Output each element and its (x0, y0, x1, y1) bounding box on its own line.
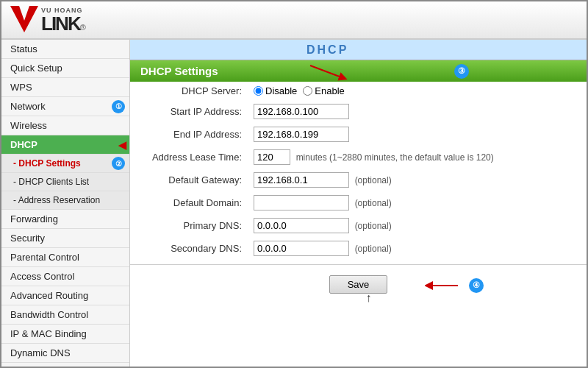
sidebar-item-dhcp-settings[interactable]: - DHCP Settings ② (1, 155, 129, 173)
dhcp-enable-label[interactable]: Enable (303, 85, 344, 96)
default-gateway-row: Default Gateway: (optional) (130, 169, 587, 191)
primary-dns-input[interactable] (254, 218, 349, 233)
sidebar-item-status[interactable]: Status (1, 40, 129, 59)
dhcp-server-value: Disable Enable (248, 82, 587, 100)
dhcp-server-row: DHCP Server: Disable Enable (130, 82, 587, 100)
secondary-dns-row: Secondary DNS: (optional) (130, 237, 587, 260)
arrow-3-icon (306, 62, 351, 84)
end-ip-value-cell (248, 123, 587, 146)
sidebar-item-dynamic-dns[interactable]: Dynamic DNS (1, 344, 129, 363)
default-domain-label: Default Domain: (130, 191, 248, 214)
sidebar-item-dhcp[interactable]: DHCP ◀ (1, 135, 129, 155)
address-lease-row: Address Lease Time: minutes (1~2880 minu… (130, 146, 587, 169)
sidebar-item-network[interactable]: Network ① (1, 97, 129, 116)
primary-dns-label: Primary DNS: (130, 214, 248, 237)
section-header-wrapper: DHCP Settings ③ (130, 60, 587, 82)
logo-v-icon (10, 6, 38, 32)
logo-link: LINK (41, 14, 80, 33)
default-gateway-input[interactable] (254, 172, 349, 188)
dhcp-disable-label[interactable]: Disable (254, 85, 297, 96)
primary-dns-value-cell: (optional) (248, 214, 587, 237)
arrow-4-icon (425, 278, 462, 293)
address-lease-note: minutes (1~2880 minutes, the default val… (296, 152, 494, 163)
default-domain-row: Default Domain: (optional) (130, 191, 587, 214)
svg-marker-0 (10, 6, 38, 32)
secondary-dns-value-cell: (optional) (248, 237, 587, 260)
default-gateway-value-cell: (optional) (248, 169, 587, 191)
divider (130, 264, 587, 265)
banner-bar: DHCP (130, 40, 587, 60)
start-ip-row: Start IP Address: (130, 100, 587, 123)
sidebar-item-bandwidth-control[interactable]: Bandwidth Control (1, 305, 129, 325)
sidebar-item-advanced-routing[interactable]: Advanced Routing (1, 286, 129, 305)
default-gateway-optional: (optional) (355, 175, 392, 185)
annotation-4: ④ (469, 278, 484, 293)
default-gateway-label: Default Gateway: (130, 169, 248, 191)
sidebar-item-wireless[interactable]: Wireless (1, 116, 129, 135)
sidebar-item-access-control[interactable]: Access Control (1, 267, 129, 286)
save-row: Save ④ ↑ (130, 269, 587, 301)
start-ip-input[interactable] (254, 104, 349, 119)
arrow-dhcp: ◀ (118, 139, 126, 151)
sidebar-item-system-tools[interactable]: System Tools (1, 363, 129, 367)
sidebar-item-ip-mac-binding[interactable]: IP & MAC Binding (1, 325, 129, 344)
section-header: DHCP Settings ③ (130, 60, 587, 82)
annotation-3: ③ (454, 64, 469, 79)
main-layout: Status Quick Setup WPS Network ① Wireles… (1, 40, 587, 367)
default-domain-optional: (optional) (355, 198, 392, 208)
content-area: DHCP DHCP Settings ③ (130, 40, 587, 367)
sidebar-item-security[interactable]: Security (1, 229, 129, 248)
main-window: VU HOANG LINK ® Status Quick Setup WPS (0, 0, 588, 368)
primary-dns-optional: (optional) (355, 221, 392, 231)
cursor-icon: ↑ (366, 291, 372, 305)
dhcp-server-label: DHCP Server: (130, 82, 248, 100)
default-domain-input[interactable] (254, 195, 349, 210)
banner-text: DHCP (130, 43, 348, 57)
address-lease-input[interactable] (254, 149, 290, 165)
save-button[interactable]: Save (329, 275, 388, 294)
sidebar: Status Quick Setup WPS Network ① Wireles… (1, 40, 130, 367)
secondary-dns-input[interactable] (254, 241, 349, 256)
address-lease-value-cell: minutes (1~2880 minutes, the default val… (248, 146, 587, 169)
sidebar-item-dhcp-clients[interactable]: - DHCP Clients List (1, 173, 129, 191)
logo-area: VU HOANG LINK ® (10, 6, 86, 35)
start-ip-value-cell (248, 100, 587, 123)
dhcp-radio-group: Disable Enable (254, 85, 581, 96)
dhcp-disable-radio[interactable] (254, 86, 263, 96)
sidebar-item-quick-setup[interactable]: Quick Setup (1, 59, 129, 78)
end-ip-row: End IP Address: (130, 123, 587, 146)
sidebar-item-address-reservation[interactable]: - Address Reservation (1, 191, 129, 210)
form-table: DHCP Server: Disable Enable (130, 82, 587, 260)
sidebar-item-wps[interactable]: WPS (1, 78, 129, 97)
end-ip-input[interactable] (254, 127, 349, 142)
end-ip-label: End IP Address: (130, 123, 248, 146)
sidebar-item-forwarding[interactable]: Forwarding (1, 210, 129, 229)
annotation-2: ② (112, 157, 125, 170)
address-lease-label: Address Lease Time: (130, 146, 248, 169)
secondary-dns-label: Secondary DNS: (130, 237, 248, 260)
logo-reg: ® (80, 23, 86, 32)
annotation-1: ① (112, 100, 125, 113)
svg-line-2 (310, 66, 343, 78)
start-ip-label: Start IP Address: (130, 100, 248, 123)
primary-dns-row: Primary DNS: (optional) (130, 214, 587, 237)
header: VU HOANG LINK ® (1, 1, 587, 40)
dhcp-enable-radio[interactable] (303, 86, 312, 96)
secondary-dns-optional: (optional) (355, 244, 392, 254)
default-domain-value-cell: (optional) (248, 191, 587, 214)
sidebar-item-parental-control[interactable]: Parental Control (1, 248, 129, 267)
